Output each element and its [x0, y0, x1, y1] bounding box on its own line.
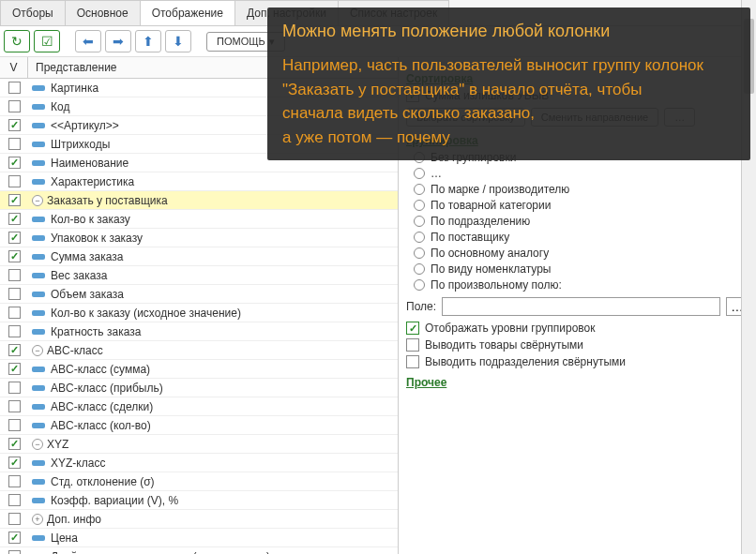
row-checkbox[interactable]: [8, 250, 21, 262]
tree-row[interactable]: Кратность заказа: [0, 322, 398, 341]
other-section-title[interactable]: Прочее: [406, 376, 748, 389]
radio-icon[interactable]: [414, 279, 425, 291]
row-checkbox[interactable]: [8, 550, 21, 554]
row-checkbox[interactable]: [8, 344, 21, 356]
row-checkbox[interactable]: [8, 288, 21, 300]
expand-icon[interactable]: +: [32, 514, 43, 525]
tree-row[interactable]: Объем заказа: [0, 285, 398, 304]
refresh-button[interactable]: ↻: [4, 30, 30, 52]
display-option-row[interactable]: Отображать уровни группировок: [406, 322, 748, 335]
group-radio-row[interactable]: По основному аналогу: [406, 247, 748, 260]
group-radio-row[interactable]: По произвольному полю:: [406, 278, 748, 292]
tree-row[interactable]: −XYZ: [0, 435, 398, 454]
field-icon: [32, 85, 45, 91]
row-checkbox[interactable]: [8, 269, 21, 281]
row-checkbox[interactable]: [8, 325, 21, 337]
row-checkbox[interactable]: [8, 194, 21, 206]
row-checkbox[interactable]: [8, 100, 21, 112]
field-icon: [32, 235, 45, 241]
row-checkbox[interactable]: [8, 419, 21, 431]
radio-icon[interactable]: [414, 232, 425, 243]
tree-row[interactable]: Сумма заказа: [0, 247, 398, 266]
group-radio-row[interactable]: По товарной категории: [406, 199, 748, 212]
group-radio-row[interactable]: По поставщику: [406, 231, 748, 244]
group-field-input[interactable]: [442, 297, 720, 316]
display-option-row[interactable]: Выводить подразделения свёрнутыми: [406, 355, 748, 368]
row-checkbox[interactable]: [8, 119, 21, 131]
tree-row[interactable]: ABC-класс (прибыль): [0, 379, 398, 397]
field-icon: [32, 273, 45, 278]
group-radio-row[interactable]: По подразделению: [406, 215, 748, 228]
tree-row[interactable]: Цена: [0, 529, 398, 547]
collapse-icon[interactable]: −: [32, 195, 43, 206]
row-label: Доп. инфо: [47, 513, 101, 526]
overlay-line-2: Например, часть пользователей выносит гр…: [282, 53, 735, 101]
option-checkbox[interactable]: [406, 322, 419, 335]
radio-icon[interactable]: [414, 216, 425, 227]
tree-row[interactable]: −Заказать у поставщика: [0, 191, 398, 210]
tree-row[interactable]: Упаковок к заказу: [0, 229, 398, 247]
option-label: Выводить подразделения свёрнутыми: [425, 355, 626, 368]
row-checkbox[interactable]: [8, 532, 21, 544]
row-label: Заказать у поставщика: [47, 194, 168, 207]
collapse-icon[interactable]: −: [32, 345, 43, 356]
radio-icon[interactable]: [414, 247, 425, 259]
option-label: Отображать уровни группировок: [425, 322, 596, 335]
row-checkbox[interactable]: [8, 513, 21, 525]
option-checkbox[interactable]: [406, 338, 419, 352]
tree-row[interactable]: −ABC-класс: [0, 341, 398, 360]
tree-row[interactable]: ABC-класс (кол-во): [0, 416, 398, 435]
move-right-button[interactable]: ➡: [105, 30, 131, 52]
field-label: Поле:: [406, 300, 436, 313]
tree-row[interactable]: ABC-класс (сумма): [0, 360, 398, 379]
row-checkbox[interactable]: [8, 475, 21, 487]
tree-row[interactable]: Кол-во к заказу: [0, 210, 398, 229]
row-checkbox[interactable]: [8, 138, 21, 150]
row-checkbox[interactable]: [8, 400, 21, 412]
row-checkbox[interactable]: [8, 175, 21, 187]
radio-icon[interactable]: [414, 200, 425, 211]
tab-2[interactable]: Отображение: [140, 0, 235, 25]
row-checkbox[interactable]: [8, 157, 21, 169]
row-checkbox[interactable]: [8, 82, 21, 94]
row-checkbox[interactable]: [8, 438, 21, 450]
radio-icon[interactable]: [414, 168, 425, 179]
move-down-button[interactable]: ⬇: [165, 30, 191, 52]
row-checkbox[interactable]: [8, 363, 21, 375]
tree-row[interactable]: Стд. отклонение (σ): [0, 472, 398, 491]
tab-0[interactable]: Отборы: [0, 0, 66, 25]
row-label: Цена: [51, 532, 78, 545]
move-left-button[interactable]: ⬅: [75, 30, 101, 52]
field-icon: [32, 160, 45, 166]
group-radio-row[interactable]: …: [406, 167, 748, 180]
tree-row[interactable]: Дней с момента установки (актуальность): [0, 547, 398, 554]
display-option-row[interactable]: Выводить товары свёрнутыми: [406, 338, 748, 352]
tab-1[interactable]: Основное: [65, 0, 141, 25]
check-all-button[interactable]: ☑: [34, 30, 60, 52]
tree-row[interactable]: XYZ-класс: [0, 454, 398, 472]
radio-icon[interactable]: [414, 184, 425, 195]
group-radio-row[interactable]: По марке / производителю: [406, 183, 748, 196]
option-checkbox[interactable]: [406, 355, 419, 368]
field-icon: [32, 423, 45, 428]
tree-row[interactable]: Кол-во к заказу (исходное значение): [0, 304, 398, 322]
row-label: XYZ: [47, 438, 68, 451]
collapse-icon[interactable]: −: [32, 439, 43, 450]
field-icon: [32, 104, 45, 110]
row-checkbox[interactable]: [8, 232, 21, 244]
row-checkbox[interactable]: [8, 457, 21, 469]
row-checkbox[interactable]: [8, 307, 21, 319]
row-label: Наименование: [51, 157, 129, 170]
group-radio-row[interactable]: По виду номенклатуры: [406, 262, 748, 276]
radio-icon[interactable]: [414, 263, 425, 275]
tree-row[interactable]: ABC-класс (сделки): [0, 397, 398, 416]
tree-row[interactable]: +Доп. инфо: [0, 510, 398, 529]
row-checkbox[interactable]: [8, 382, 21, 394]
row-checkbox[interactable]: [8, 494, 21, 506]
tree-row[interactable]: Коэфф. вариации (V), %: [0, 491, 398, 510]
tree-row[interactable]: Вес заказа: [0, 266, 398, 285]
tree-row[interactable]: Характеристика: [0, 172, 398, 191]
overlay-line-4: а уже потом — почему: [282, 126, 735, 150]
row-checkbox[interactable]: [8, 213, 21, 225]
move-up-button[interactable]: ⬆: [135, 30, 161, 52]
